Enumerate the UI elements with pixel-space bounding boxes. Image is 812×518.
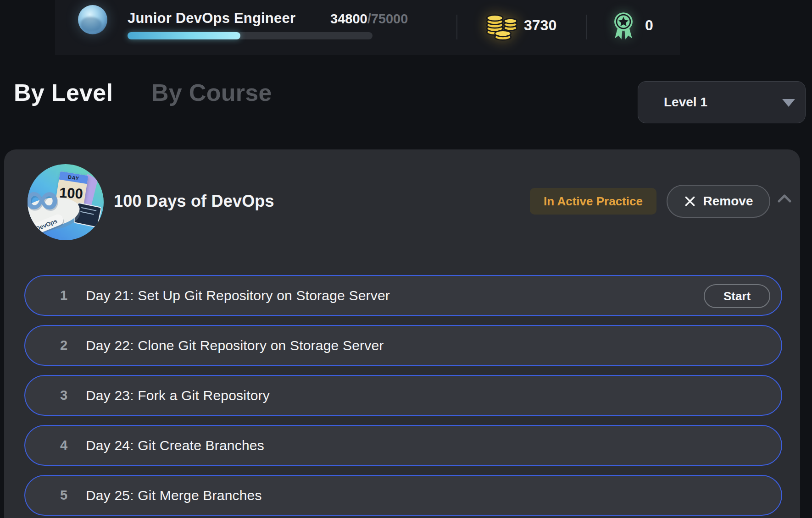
- level-select[interactable]: Level 1: [638, 81, 806, 123]
- course-title: 100 Days of DevOps: [114, 192, 274, 211]
- tab-by-course[interactable]: By Course: [151, 79, 272, 106]
- header-bar: Junior DevOps Engineer 34800/75000 3730: [55, 0, 680, 55]
- chevron-down-icon: [782, 99, 795, 107]
- task-number: 3: [60, 388, 86, 403]
- xp-progress-bar: [128, 32, 373, 39]
- medal-icon: [609, 10, 638, 41]
- task-row[interactable]: 4Day 24: Git Create Branches: [24, 425, 782, 466]
- task-row[interactable]: 1Day 21: Set Up Git Repository on Storag…: [24, 275, 782, 316]
- profile-avatar: [78, 5, 107, 34]
- header-divider: [456, 15, 457, 39]
- xp-progress-fill: [128, 32, 240, 39]
- chevron-up-icon[interactable]: [777, 193, 792, 204]
- rank-title: Junior DevOps Engineer: [128, 10, 295, 27]
- calendar-day-word: DAY: [59, 171, 88, 184]
- task-number: 2: [60, 338, 86, 353]
- xp-current: 34800: [330, 11, 367, 26]
- task-title: Day 23: Fork a Git Repository: [86, 388, 270, 403]
- close-icon: [684, 195, 696, 207]
- task-row[interactable]: 5Day 25: Git Merge Branches: [24, 475, 782, 516]
- task-row[interactable]: 2Day 22: Clone Git Repository on Storage…: [24, 325, 782, 366]
- course-card: DAY 100 ∞ DevOps 100 Days of DevOps In A…: [4, 149, 800, 518]
- app-root: Junior DevOps Engineer 34800/75000 3730: [0, 0, 812, 518]
- remove-button-label: Remove: [703, 194, 753, 209]
- remove-button[interactable]: Remove: [667, 185, 770, 218]
- coins-icon: [484, 11, 520, 43]
- medals-value: 0: [645, 17, 653, 34]
- task-number: 4: [60, 438, 86, 453]
- status-badge: In Active Practice: [530, 188, 656, 215]
- coins-value: 3730: [524, 17, 556, 34]
- task-number: 5: [60, 488, 86, 503]
- task-number: 1: [60, 288, 86, 303]
- header-divider: [586, 15, 587, 39]
- level-select-value: Level 1: [664, 95, 707, 110]
- task-title: Day 24: Git Create Branches: [86, 438, 264, 453]
- start-button[interactable]: Start: [704, 284, 770, 308]
- infinity-icon: ∞: [28, 174, 59, 222]
- task-title: Day 22: Clone Git Repository on Storage …: [86, 338, 384, 353]
- tab-by-level[interactable]: By Level: [14, 79, 113, 106]
- course-thumbnail: DAY 100 ∞ DevOps: [28, 164, 104, 240]
- xp-counter: 34800/75000: [330, 11, 408, 27]
- task-title: Day 25: Git Merge Branches: [86, 488, 262, 503]
- xp-total: /75000: [367, 11, 408, 26]
- task-list: 1Day 21: Set Up Git Repository on Storag…: [24, 275, 782, 518]
- task-row[interactable]: 3Day 23: Fork a Git Repository: [24, 375, 782, 416]
- task-title: Day 21: Set Up Git Repository on Storage…: [86, 288, 390, 303]
